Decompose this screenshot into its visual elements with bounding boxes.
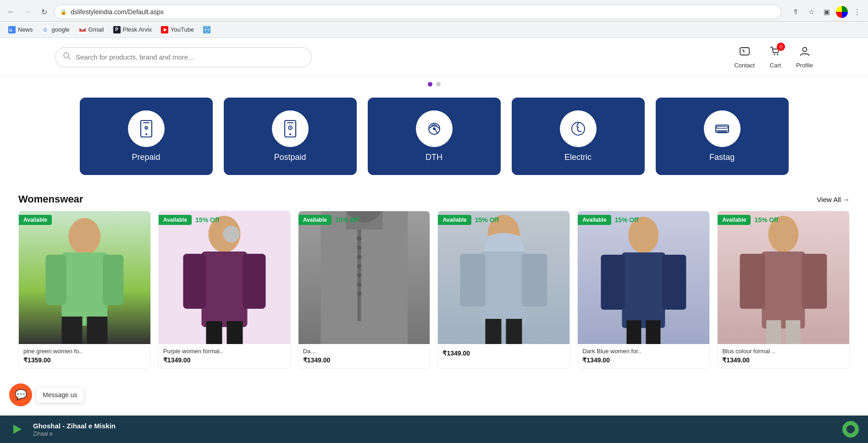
product-name-1: pine green women fo.. bbox=[23, 348, 146, 355]
bookmark-button[interactable]: ☆ bbox=[805, 5, 818, 18]
badge-discount-4: 15% Off bbox=[475, 216, 499, 224]
svg-point-13 bbox=[774, 54, 775, 55]
product-image-3: Available 15% Off bbox=[299, 211, 430, 344]
svg-rect-71 bbox=[740, 254, 765, 309]
forward-button[interactable]: → bbox=[21, 5, 34, 18]
message-button[interactable]: 💬 bbox=[9, 383, 32, 406]
back-button[interactable]: ← bbox=[5, 5, 17, 18]
service-card-dth[interactable]: DTH bbox=[368, 98, 501, 175]
product-card-3[interactable]: Available 15% Off Da bbox=[298, 211, 431, 369]
menu-button[interactable]: ⋮ bbox=[851, 5, 863, 18]
service-card-electric[interactable]: Electric bbox=[512, 98, 645, 175]
product-price-6: ₹1349.00 bbox=[722, 356, 845, 364]
bookmark-google[interactable]: G google bbox=[39, 24, 73, 35]
view-all-link[interactable]: View All → bbox=[817, 196, 850, 203]
svg-rect-38 bbox=[61, 317, 82, 344]
postpaid-icon-circle bbox=[272, 110, 309, 147]
product-card-4[interactable]: Available 15% Off ₹1349.00 bbox=[437, 211, 570, 369]
music-title: Ghoshal - Zihaal e Miskin bbox=[33, 422, 835, 430]
search-icon bbox=[63, 52, 71, 62]
url-input[interactable] bbox=[71, 8, 776, 16]
carousel-dot-2[interactable] bbox=[436, 82, 441, 87]
bookmark-youtube[interactable]: YouTube bbox=[157, 24, 198, 35]
service-card-postpaid[interactable]: Postpaid bbox=[224, 98, 357, 175]
profile-icon bbox=[799, 45, 811, 60]
carousel-dot-1[interactable] bbox=[428, 82, 432, 87]
svg-point-23 bbox=[289, 133, 291, 135]
product-card-1[interactable]: Available pine green women fo.. ₹1359.00 bbox=[18, 211, 151, 369]
svg-rect-36 bbox=[45, 255, 66, 305]
svg-rect-60 bbox=[522, 254, 547, 306]
svg-point-55 bbox=[357, 282, 361, 287]
profile-label: Profile bbox=[796, 62, 813, 69]
address-bar[interactable]: 🔒 bbox=[54, 5, 782, 19]
product-name-6: Blus colour formal .. bbox=[722, 348, 845, 355]
product-price-5: ₹1349.00 bbox=[582, 356, 705, 364]
google-favicon: G bbox=[42, 26, 50, 33]
product-image-1: Available bbox=[19, 211, 150, 344]
svg-rect-44 bbox=[243, 254, 265, 309]
product-info-3: Da... ₹1349.00 bbox=[299, 344, 430, 368]
svg-rect-66 bbox=[663, 255, 686, 310]
dth-label: DTH bbox=[426, 153, 442, 162]
prepaid-label: Prepaid bbox=[132, 153, 160, 162]
svg-point-54 bbox=[357, 273, 361, 278]
profile-action[interactable]: Profile bbox=[796, 45, 813, 69]
browser-profile[interactable] bbox=[836, 6, 848, 18]
svg-rect-22 bbox=[287, 122, 293, 123]
badge-discount-6: 15% Off bbox=[754, 216, 778, 224]
product-price-2: ₹1349.00 bbox=[163, 356, 286, 364]
dth-icon-circle bbox=[416, 110, 453, 147]
badge-available-1: Available bbox=[19, 215, 52, 225]
cart-label: Cart bbox=[770, 62, 781, 69]
cart-action[interactable]: 0 Cart bbox=[769, 45, 781, 69]
badge-discount-5: 15% Off bbox=[615, 216, 639, 224]
music-logo-inner bbox=[845, 424, 856, 435]
svg-point-15 bbox=[802, 48, 807, 52]
reload-button[interactable]: ↻ bbox=[38, 5, 50, 18]
tab-button[interactable]: ▣ bbox=[820, 5, 833, 18]
svg-line-11 bbox=[68, 57, 70, 59]
product-info-2: Purple women formal.. ₹1349.00 bbox=[159, 344, 290, 368]
product-card-6[interactable]: Available 15% Off Blus colour formal .. … bbox=[717, 211, 850, 369]
svg-rect-70 bbox=[762, 252, 805, 328]
search-bar[interactable] bbox=[55, 47, 312, 67]
section-header: Womenswear View All → bbox=[0, 186, 868, 211]
product-card-5[interactable]: Available 15% Off Dark Blue women for.. … bbox=[577, 211, 710, 369]
bookmark-google-label: google bbox=[52, 26, 70, 33]
product-info-6: Blus colour formal .. ₹1349.00 bbox=[718, 344, 849, 368]
electric-icon-circle bbox=[560, 110, 597, 147]
news-favicon: G bbox=[8, 26, 16, 33]
electric-label: Electric bbox=[564, 153, 592, 162]
contact-icon bbox=[739, 45, 751, 60]
svg-text:G: G bbox=[44, 27, 47, 33]
product-card-2[interactable]: Available 15% Off Purple women formal.. … bbox=[158, 211, 291, 369]
svg-rect-17 bbox=[143, 122, 149, 123]
svg-rect-12 bbox=[740, 48, 749, 55]
product-price-4: ₹1349.00 bbox=[442, 350, 565, 357]
service-card-fastag[interactable]: Fastag bbox=[656, 98, 789, 175]
service-card-prepaid[interactable]: Prepaid bbox=[80, 98, 213, 175]
bookmark-plesk[interactable]: P Plesk Arvix bbox=[110, 24, 156, 35]
product-name-2: Purple women formal.. bbox=[163, 348, 286, 355]
svg-rect-39 bbox=[87, 317, 107, 344]
header-actions: Contact 0 Cart bbox=[734, 45, 813, 69]
bookmark-gmail[interactable]: Gmail bbox=[75, 24, 108, 35]
svg-point-41 bbox=[223, 226, 239, 242]
svg-rect-31 bbox=[717, 126, 728, 128]
product-info-5: Dark Blue women for.. ₹1349.00 bbox=[578, 344, 709, 368]
search-input[interactable] bbox=[76, 53, 304, 61]
site-header: Contact 0 Cart bbox=[0, 38, 868, 77]
svg-point-52 bbox=[357, 255, 361, 259]
share-button[interactable]: ⇑ bbox=[789, 5, 802, 18]
product-image-6: Available 15% Off bbox=[718, 211, 849, 344]
bookmark-news[interactable]: G News bbox=[5, 24, 37, 35]
music-play-button[interactable] bbox=[9, 421, 26, 438]
fastag-label: Fastag bbox=[709, 153, 735, 162]
svg-rect-45 bbox=[206, 321, 222, 344]
music-logo bbox=[842, 421, 859, 438]
bookmark-globe[interactable] bbox=[199, 24, 214, 35]
music-subtitle: Zihaal e bbox=[33, 431, 835, 437]
service-categories: Prepaid Postpaid bbox=[0, 90, 868, 186]
contact-action[interactable]: Contact bbox=[734, 45, 755, 69]
